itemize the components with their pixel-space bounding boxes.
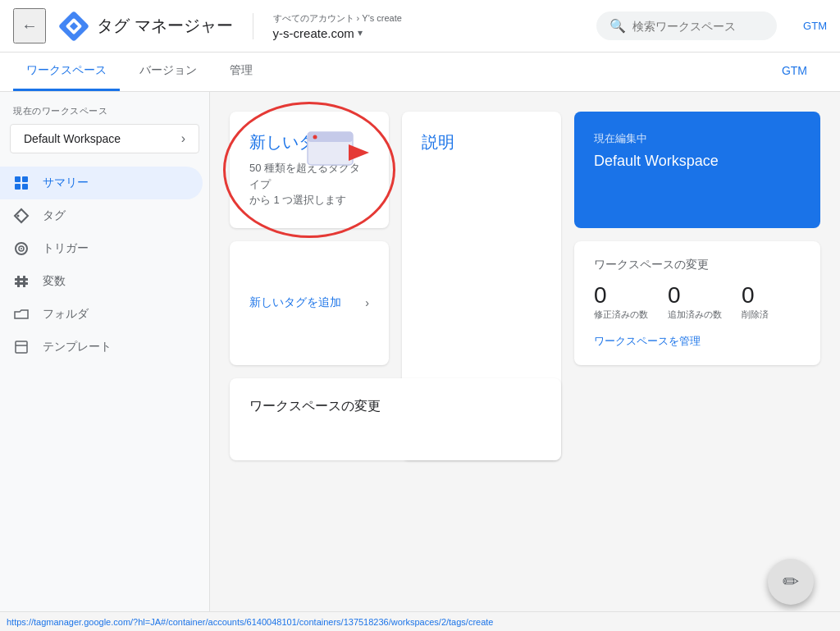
tab-workspace[interactable]: ワークスペース (13, 53, 120, 91)
triggers-icon (13, 240, 30, 257)
search-input[interactable] (632, 20, 764, 33)
variables-icon (13, 273, 30, 290)
new-tag-card: 新しいタグ 50 種類を超えるタグタイプ から 1 つ選択します (230, 112, 389, 228)
chevron-right-icon: › (365, 296, 369, 309)
tags-icon (13, 208, 30, 224)
editing-workspace: Default Workspace (594, 153, 801, 170)
svg-rect-5 (15, 184, 21, 190)
header-divider (253, 13, 253, 39)
main-container: 現在のワークスペース Default Workspace › サマリー タグ (0, 92, 840, 631)
changes-card: ワークスペースの変更 0 修正済みの数 0 追加済みの数 0 削除済 ワ (574, 241, 820, 365)
account-name: y-s-create.com (273, 26, 354, 40)
editing-card: 現在編集中 Default Workspace (574, 112, 820, 228)
sidebar-label-templates: テンプレート (43, 340, 112, 354)
stat-deleted: 0 削除済 (742, 282, 769, 321)
tag-illustration (304, 128, 369, 176)
sidebar-label-tags: タグ (43, 208, 66, 223)
description-title: 説明 (422, 131, 541, 153)
sidebar-nav: サマリー タグ トリガー 変数 (0, 167, 209, 364)
svg-point-19 (313, 135, 317, 139)
sidebar-label-folders: フォルダ (43, 307, 89, 322)
svg-rect-3 (15, 176, 21, 182)
workspace-chevron-icon: › (181, 131, 185, 146)
sidebar-item-tags[interactable]: タグ (0, 199, 203, 232)
account-selector[interactable]: y-s-create.com ▾ (273, 26, 402, 40)
fab-button[interactable]: ✏ (768, 559, 814, 605)
workspace-changes-card: ワークスペースの変更 (230, 378, 561, 460)
stat-deleted-label: 削除済 (742, 309, 769, 321)
breadcrumb-top: すべてのアカウント › Y's create (273, 12, 402, 25)
workspace-changes-title: ワークスペースの変更 (249, 398, 541, 415)
workspace-label: 現在のワークスペース (0, 105, 209, 124)
chevron-down-icon: ▾ (358, 27, 363, 39)
svg-rect-4 (22, 176, 28, 182)
svg-point-8 (17, 215, 20, 217)
svg-marker-20 (349, 144, 369, 161)
add-tag-link: 新しいタグを追加 (249, 295, 341, 310)
sidebar-label-variables: 変数 (43, 274, 66, 289)
sidebar: 現在のワークスペース Default Workspace › サマリー タグ (0, 92, 210, 631)
manage-workspace-link[interactable]: ワークスペースを管理 (594, 335, 701, 347)
new-tag-card-wrapper: 新しいタグ 50 種類を超えるタグタイプ から 1 つ選択します (230, 112, 389, 228)
changes-stats: 0 修正済みの数 0 追加済みの数 0 削除済 (594, 282, 801, 321)
svg-rect-14 (17, 276, 20, 287)
gtm-logo-icon (59, 11, 89, 41)
stat-added: 0 追加済みの数 (668, 282, 722, 321)
svg-rect-15 (23, 276, 25, 287)
stat-deleted-number: 0 (742, 282, 755, 309)
svg-point-11 (21, 248, 22, 249)
stat-modified-label: 修正済みの数 (594, 309, 648, 321)
folders-icon (13, 306, 30, 322)
sidebar-label-summary: サマリー (43, 176, 89, 190)
changes-title: ワークスペースの変更 (594, 258, 801, 272)
stat-modified: 0 修正済みの数 (594, 282, 648, 321)
stat-modified-number: 0 (594, 282, 607, 309)
sidebar-item-summary[interactable]: サマリー (0, 167, 203, 199)
sidebar-item-variables[interactable]: 変数 (0, 265, 203, 298)
templates-icon (13, 339, 30, 355)
sidebar-item-templates[interactable]: テンプレート (0, 331, 203, 364)
editing-label: 現在編集中 (594, 131, 801, 146)
tab-version[interactable]: バージョン (126, 53, 210, 91)
gtm-button[interactable]: GTM (803, 20, 827, 32)
content-area: 新しいタグ 50 種類を超えるタグタイプ から 1 つ選択します (210, 92, 840, 631)
search-bar: 🔍 (596, 11, 777, 40)
stat-added-number: 0 (668, 282, 681, 309)
stat-added-label: 追加済みの数 (668, 309, 722, 321)
status-bar: https://tagmanager.google.com/?hl=JA#/co… (0, 611, 840, 631)
tab-gtm[interactable]: GTM (769, 53, 820, 91)
sidebar-label-triggers: トリガー (43, 241, 89, 256)
svg-rect-12 (15, 278, 28, 281)
sidebar-item-folders[interactable]: フォルダ (0, 298, 203, 331)
app-title: タグ マネージャー (97, 15, 233, 37)
add-tag-card[interactable]: 新しいタグを追加 › (230, 241, 389, 365)
svg-rect-13 (15, 282, 28, 285)
cards-grid: 新しいタグ 50 種類を超えるタグタイプ から 1 つ選択します (230, 112, 820, 460)
workspace-selector[interactable]: Default Workspace › (10, 124, 199, 153)
svg-rect-16 (16, 341, 27, 353)
back-button[interactable]: ← (13, 8, 46, 43)
svg-rect-6 (22, 184, 28, 190)
edit-icon: ✏ (783, 570, 799, 593)
header: ← タグ マネージャー すべてのアカウント › Y's create y-s-c… (0, 0, 840, 53)
svg-marker-7 (15, 209, 28, 222)
summary-icon (13, 175, 30, 191)
logo: タグ マネージャー (59, 11, 233, 41)
workspace-name: Default Workspace (24, 132, 121, 145)
nav-tabs: ワークスペース バージョン 管理 GTM (0, 53, 840, 92)
sidebar-item-triggers[interactable]: トリガー (0, 232, 203, 265)
status-url: https://tagmanager.google.com/?hl=JA#/co… (7, 617, 493, 627)
search-icon: 🔍 (609, 18, 626, 34)
tab-admin[interactable]: 管理 (217, 53, 266, 91)
breadcrumb: すべてのアカウント › Y's create y-s-create.com ▾ (273, 12, 402, 40)
